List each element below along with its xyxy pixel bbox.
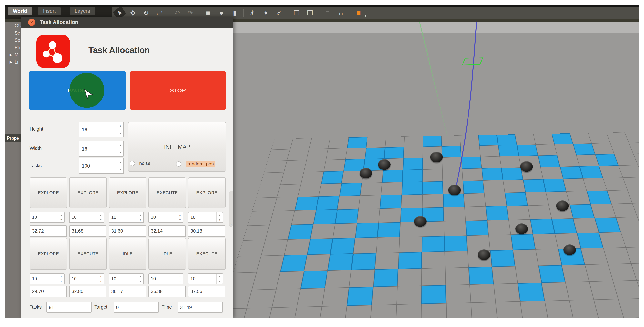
robot-value-field[interactable]: 30.18 (188, 225, 225, 237)
paste-icon[interactable]: ❒ (305, 8, 315, 18)
robot-value-field[interactable]: 36.17 (109, 286, 146, 297)
tab-insert[interactable]: Insert (38, 7, 61, 15)
robot-count-spinner[interactable]: 10▲▼ (30, 212, 64, 223)
task-tile (422, 236, 444, 252)
close-icon[interactable]: × (28, 19, 35, 26)
robot-state-button[interactable]: EXPLORE (30, 238, 67, 270)
robot-count-spinner[interactable]: 10▲▼ (148, 212, 183, 223)
stop-button[interactable]: STOP (130, 71, 226, 110)
spinner-arrows-icon[interactable]: ▲▼ (216, 274, 222, 284)
height-spinner[interactable]: 16 ▲▼ (79, 122, 124, 137)
scale-tool-icon[interactable]: ⤢ (155, 8, 164, 18)
spinner-arrows-icon[interactable]: ▲▼ (98, 212, 104, 222)
robot-value-field[interactable]: 37.56 (188, 286, 225, 297)
task-tile (340, 183, 362, 196)
noise-radio[interactable] (130, 161, 135, 166)
rotate-tool-icon[interactable]: ↻ (142, 8, 151, 18)
spinner-arrows-icon[interactable]: ▲▼ (177, 212, 183, 222)
robot-state-button[interactable]: IDLE (109, 238, 146, 270)
robot-value-field[interactable]: 29.70 (30, 286, 67, 297)
expand-arrow-icon[interactable]: ▶ (10, 60, 12, 64)
robot-model[interactable] (414, 216, 426, 227)
robot-model[interactable] (556, 200, 569, 211)
robot-count-spinner[interactable]: 10▲▼ (188, 212, 223, 223)
robot-state-button[interactable]: EXPLORE (69, 177, 107, 208)
spinner-arrows-icon[interactable]: ▲▼ (98, 274, 104, 284)
spot-light-icon[interactable]: ✦ (261, 8, 270, 18)
robot-model[interactable] (564, 244, 576, 255)
stat-target-field[interactable]: 0 (114, 302, 159, 313)
random-pos-radio[interactable] (176, 161, 182, 167)
spinner-arrows-icon[interactable]: ▲▼ (117, 122, 123, 137)
spinner-arrows-icon[interactable]: ▲▼ (177, 274, 183, 284)
grid-cell (442, 157, 462, 169)
robot-state-button[interactable]: IDLE (148, 238, 186, 270)
robot-count-spinner[interactable]: 10▲▼ (69, 273, 104, 284)
undo-icon[interactable]: ↶ (172, 8, 182, 18)
spinner-arrows-icon[interactable]: ▲▼ (58, 212, 64, 222)
spinner-arrows-icon[interactable]: ▲▼ (216, 212, 222, 222)
robot-state-button[interactable]: EXECUTE (69, 238, 107, 270)
robot-count-spinner[interactable]: 10▲▼ (148, 273, 183, 284)
expand-arrow-icon[interactable]: ▶ (10, 53, 12, 57)
robot-model[interactable] (430, 152, 443, 162)
point-light-icon[interactable]: ☀ (248, 8, 257, 18)
snap-icon[interactable]: ∩ (336, 8, 346, 18)
robot-value-field[interactable]: 32.14 (148, 225, 186, 237)
robot-state-button[interactable]: EXPLORE (109, 177, 146, 208)
robot-model[interactable] (520, 161, 533, 172)
robot-count-spinner[interactable]: 10▲▼ (30, 273, 64, 284)
dialog-titlebar[interactable]: × Task Allocation (20, 17, 233, 28)
robot-value-field[interactable]: 32.80 (69, 286, 106, 297)
tasks-spinner[interactable]: 100 ▲▼ (79, 158, 124, 174)
spinner-arrows-icon[interactable]: ▲▼ (117, 141, 123, 156)
robot-value-field[interactable]: 31.68 (69, 225, 106, 237)
robot-state-button[interactable]: EXPLORE (188, 177, 226, 208)
redo-icon[interactable]: ↷ (186, 8, 195, 18)
grid-cell (357, 209, 380, 223)
translate-tool-icon[interactable]: ✥ (128, 8, 138, 18)
robot-count-spinner[interactable]: 10▲▼ (188, 273, 223, 284)
chevron-down-icon[interactable]: ▾ (364, 14, 366, 19)
random-pos-option[interactable]: random_pos (176, 161, 215, 167)
robot-value-field[interactable]: 32.72 (30, 225, 67, 237)
robot-model[interactable] (378, 159, 391, 170)
robot-model[interactable] (515, 223, 528, 234)
box-shape-icon[interactable]: ■ (203, 8, 213, 18)
sphere-shape-icon[interactable]: ● (217, 8, 226, 18)
spinner-arrows-icon[interactable]: ▲▼ (58, 274, 64, 284)
align-icon[interactable]: ≡ (323, 8, 332, 18)
spinner-arrows-icon[interactable]: ▲▼ (137, 274, 143, 284)
robot-value-field[interactable]: 31.60 (109, 225, 146, 237)
tab-layers[interactable]: Layers (70, 7, 95, 15)
grid-cell (515, 134, 536, 145)
robot-model[interactable] (478, 249, 490, 260)
task-tile (530, 219, 555, 234)
directional-light-icon[interactable]: ⁄⁄ (274, 8, 284, 18)
task-tile (307, 238, 333, 255)
copy-icon[interactable]: ❐ (292, 8, 302, 18)
view-angle-icon[interactable]: ■ (354, 8, 364, 18)
scroll-expander[interactable]: › (229, 191, 233, 227)
robot-state-button[interactable]: EXPLORE (30, 177, 67, 208)
spinner-arrows-icon[interactable]: ▲▼ (137, 212, 143, 222)
robot-state-button[interactable]: EXECUTE (188, 238, 226, 270)
robot-count-spinner[interactable]: 10▲▼ (109, 212, 144, 223)
stat-time-field[interactable]: 31.49 (178, 302, 223, 313)
grid-cell (333, 223, 357, 238)
stat-tasks-field[interactable]: 81 (46, 302, 92, 313)
noise-option[interactable]: noise (130, 161, 150, 166)
pause-button[interactable]: PAUSE (29, 71, 126, 110)
ground-plane[interactable] (216, 132, 639, 318)
grid-cell (385, 136, 404, 147)
spinner-arrows-icon[interactable]: ▲▼ (117, 158, 123, 173)
robot-model[interactable] (448, 185, 461, 195)
robot-value-field[interactable]: 36.38 (148, 286, 186, 297)
robot-count-spinner[interactable]: 10▲▼ (109, 273, 144, 284)
robot-count-spinner[interactable]: 10▲▼ (69, 212, 104, 223)
robot-state-button[interactable]: EXECUTE (148, 177, 186, 208)
tab-world[interactable]: World (8, 7, 32, 15)
robot-model[interactable] (360, 168, 372, 178)
width-spinner[interactable]: 16 ▲▼ (79, 141, 124, 157)
cylinder-shape-icon[interactable]: ▮ (230, 8, 240, 18)
